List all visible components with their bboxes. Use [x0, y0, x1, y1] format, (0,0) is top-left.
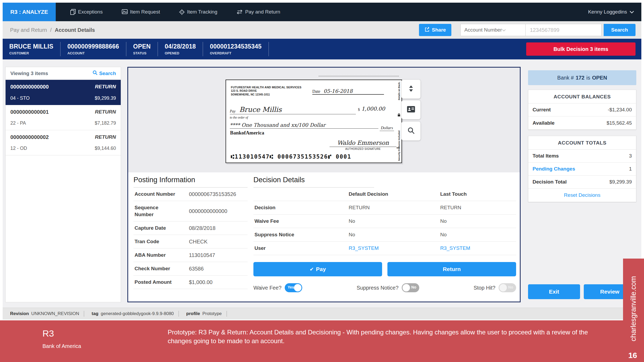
item-row[interactable]: 0000000000002 RETURN 12 - OD $9,144.60 — [6, 130, 121, 155]
profile-label: profile — [186, 311, 200, 316]
status-value: OPEN — [133, 43, 151, 50]
tab-exceptions-label: Exceptions — [78, 9, 103, 15]
search-button-label: Search — [611, 27, 628, 33]
share-label: Share — [432, 27, 446, 33]
return-button[interactable]: Return — [387, 262, 516, 276]
check-signature-block: Waldo Emmerson AUTHORIZED SIGNATURE — [330, 139, 396, 150]
pending-changes-link[interactable]: Pending Changes — [533, 166, 575, 172]
select-chevron-icon — [502, 27, 506, 33]
search-button[interactable]: Search — [604, 24, 636, 36]
check-amount-numeric: 1,000.00 — [361, 106, 385, 112]
flip-check-button[interactable] — [401, 80, 421, 99]
watermark-ribbon: charlesgranville.com — [623, 259, 644, 362]
tab-item-request[interactable]: Item Request — [122, 9, 160, 15]
footer-brand-sub: Bank of America — [42, 343, 81, 349]
check-image[interactable]: FUTURESTAR HEALTH AND MEDICAL SERVICES 1… — [226, 80, 402, 163]
swap-arrows-icon — [236, 10, 243, 14]
decision-col-default: Default Decision — [348, 187, 439, 201]
share-icon — [425, 27, 430, 33]
pay-button[interactable]: ✔ Pay — [253, 262, 382, 276]
check-payee-line: Pay Bruce Millis — [230, 106, 356, 114]
posting-value: CHECK — [189, 239, 208, 245]
tab-item-tracking[interactable]: Item Tracking — [179, 9, 217, 15]
check-payer-address2: SOMEWHERE, NC 12345-1011 — [231, 93, 301, 97]
check-payer-name: FUTURESTAR HEALTH AND MEDICAL SERVICES — [231, 85, 301, 89]
check-amount-box: $ 1,000.00 — [358, 106, 385, 112]
breadcrumb-current: Account Details — [55, 27, 95, 33]
check-payee-name: Bruce Millis — [239, 106, 282, 114]
check-edge-notes: Details on Back. Security Features Inclu… — [397, 82, 401, 161]
posting-label: Account Number — [135, 191, 178, 198]
posting-label: Tran Code — [135, 238, 178, 245]
posting-row: Check Number 63586 — [133, 262, 248, 276]
breadcrumb-bar: Pay and Return / Account Details Share A… — [3, 21, 641, 39]
decision-row-last: RETURN — [439, 201, 516, 215]
item-code: 04 - STO — [10, 95, 63, 101]
image-icon — [122, 9, 128, 15]
zoom-check-button[interactable] — [401, 121, 421, 141]
item-list-search-link[interactable]: Search — [93, 70, 116, 76]
check-signature-label: AUTHORIZED SIGNATURE — [330, 147, 396, 150]
tab-exceptions[interactable]: Exceptions — [70, 9, 103, 15]
item-row[interactable]: 0000000000001 RETURN 22 - PA $7,182.79 — [6, 105, 121, 130]
check-bank-name: BankofAmerica — [230, 130, 264, 136]
item-code: 22 - PA — [10, 120, 63, 126]
posting-row: Sequence Number 0000000000000 — [133, 201, 248, 221]
opened-label: OPENED — [165, 51, 196, 55]
decision-row-label: User — [253, 242, 348, 255]
target-icon — [179, 9, 185, 15]
waive-fee-toggle[interactable]: Yes — [285, 283, 302, 292]
stop-hit-label: Stop Hit? — [474, 285, 495, 291]
waive-fee-state: Yes — [288, 285, 294, 289]
item-amount: $9,299.39 — [63, 95, 116, 101]
totals-row: Total Items 3 — [528, 150, 636, 163]
tab-r3-analyze[interactable]: R3 : ANALYZE — [3, 3, 56, 21]
suppress-notice-toggle[interactable]: No — [402, 283, 419, 292]
check-pay-label: Pay — [230, 109, 236, 114]
decision-header-empty — [253, 187, 348, 201]
exit-button[interactable]: Exit — [528, 284, 580, 299]
posting-value: 113010547 — [189, 252, 215, 258]
bank-prefix: Bank # — [557, 75, 574, 81]
info-customer: BRUCE MILLIS CUSTOMER — [3, 42, 60, 56]
balance-row: Available $15,562.45 — [528, 116, 636, 129]
suppress-notice-toggle-group: Suppress Notice? No — [357, 283, 419, 292]
posting-label: ABA Number — [135, 252, 178, 259]
tab-pay-and-return[interactable]: Pay and Return — [236, 9, 280, 15]
stop-hit-state: No — [508, 285, 513, 289]
decision-total-label: Decision Total — [533, 179, 567, 185]
detail-panel: FUTURESTAR HEALTH AND MEDICAL SERVICES 1… — [127, 67, 521, 302]
contact-card-button[interactable] — [401, 100, 421, 119]
bank-number: 172 — [576, 75, 584, 81]
info-account: 000000999888666 ACCOUNT — [60, 42, 126, 56]
share-button[interactable]: Share — [419, 24, 451, 36]
account-value: 000000999888666 — [67, 43, 119, 50]
item-list-header: Viewing 3 items — [10, 71, 48, 76]
check-edge-note-top: Details on Back. — [398, 82, 400, 100]
total-items-value: 3 — [629, 153, 632, 159]
breadcrumb-parent[interactable]: Pay and Return — [10, 27, 47, 33]
divider — [84, 311, 84, 317]
divider — [227, 311, 227, 317]
status-label: STATUS — [133, 51, 151, 55]
tab-item-tracking-label: Item Tracking — [187, 9, 217, 15]
decision-col-last: Last Touch — [439, 187, 516, 201]
decision-user-last-link[interactable]: R3_SYSTEM — [439, 242, 516, 255]
account-number-input[interactable] — [526, 24, 602, 36]
totals-title: ACCOUNT TOTALS — [528, 136, 636, 150]
user-menu[interactable]: Kenny Loggedins — [588, 3, 634, 21]
posting-value: 0000000000000 — [189, 208, 227, 214]
decision-row-last: No — [439, 215, 516, 228]
suppress-notice-state: No — [411, 285, 416, 289]
decision-user-default-link[interactable]: R3_SYSTEM — [348, 242, 439, 255]
totals-row: Decision Total $9,299.39 — [528, 176, 636, 189]
posting-label: Posted Amount — [135, 279, 178, 286]
posting-row: Capture Date 08/28/2018 — [133, 221, 248, 235]
contact-card-icon — [407, 106, 415, 114]
bulk-decision-button[interactable]: Bulk Decision 3 items — [526, 42, 636, 56]
return-button-label: Return — [443, 266, 461, 272]
reset-decisions-link[interactable]: Reset Decisions — [528, 189, 636, 202]
customer-label: CUSTOMER — [9, 51, 53, 55]
search-field-select[interactable]: Account Number — [460, 24, 526, 36]
item-row-selected[interactable]: 0000000000000 RETURN 04 - STO $9,299.39 — [6, 80, 121, 105]
